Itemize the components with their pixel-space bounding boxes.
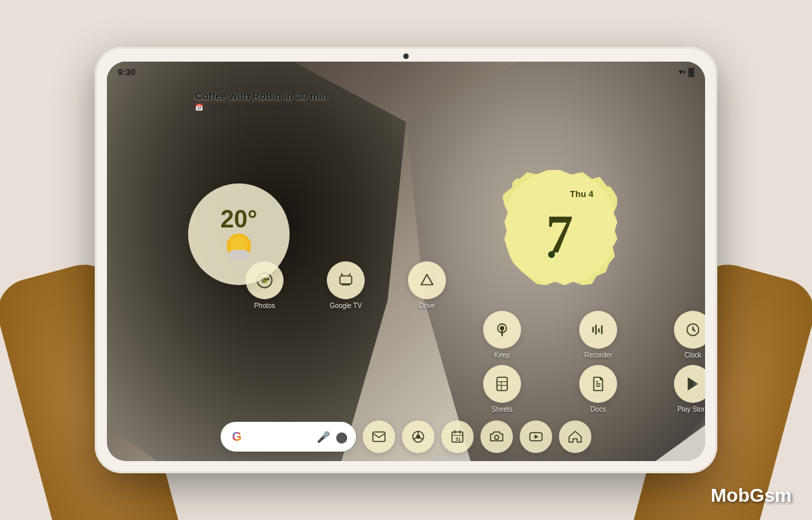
play-store-label: Play Store <box>677 406 705 413</box>
dock-home[interactable] <box>559 420 591 453</box>
notification-widget: Coffee with Robin in 30 min 📅 10:00 - 11… <box>195 90 328 111</box>
svg-line-20 <box>420 438 423 440</box>
play-store-icon-circle <box>674 365 705 403</box>
dock-youtube[interactable] <box>520 420 552 453</box>
dock-camera[interactable] <box>480 420 513 453</box>
weather-sun-icon <box>222 228 256 262</box>
drive-label: Drive <box>419 302 434 309</box>
camera-dot <box>403 53 409 59</box>
recorder-icon <box>589 321 607 339</box>
clock-label: Clock <box>684 351 701 359</box>
app-keep[interactable]: Keep <box>483 311 521 359</box>
svg-line-21 <box>413 438 416 440</box>
photos-label: Photos <box>254 302 275 309</box>
dock-gmail[interactable] <box>363 420 395 453</box>
youtube-icon <box>528 429 544 445</box>
dock-calendar[interactable]: 31 <box>441 420 474 453</box>
bottom-dock: G 🎤 ⬤ <box>221 420 591 453</box>
notification-weather: 🌤 20°C <box>271 103 297 111</box>
status-icons: ▾▪ ▓ <box>679 67 694 77</box>
mic-icon[interactable]: 🎤 <box>317 431 330 443</box>
tv-label: Google TV <box>330 302 362 309</box>
docs-icon-circle <box>579 365 617 403</box>
dock-chrome[interactable] <box>402 420 434 453</box>
app-sheets[interactable]: Sheets <box>483 365 521 413</box>
svg-rect-0 <box>340 276 351 284</box>
clock-time: 7 <box>546 196 573 259</box>
battery-icon: ▓ <box>688 67 694 77</box>
recorder-icon-circle <box>579 311 617 349</box>
svg-rect-5 <box>595 324 597 334</box>
search-bar[interactable]: G 🎤 ⬤ <box>221 422 356 452</box>
sheets-icon <box>493 375 511 393</box>
drive-icon <box>418 272 436 289</box>
notification-title: Coffee with Robin in 30 min <box>195 90 328 102</box>
recorder-label: Recorder <box>584 351 612 359</box>
svg-point-27 <box>495 435 499 439</box>
calendar-icon-small: 📅 <box>195 104 203 111</box>
clock-dot <box>548 251 555 258</box>
tablet: 9:30 ▾▪ ▓ Coffee with Robin in 30 min 📅 … <box>95 47 717 473</box>
clock-icon-circle <box>674 311 705 349</box>
sheets-label: Sheets <box>491 406 512 413</box>
clock-scallop-bg: Thu 4 7 <box>502 170 617 285</box>
home-icon <box>567 429 583 445</box>
wifi-icon: ▾▪ <box>679 67 685 77</box>
app-docs[interactable]: Docs <box>579 365 617 413</box>
keep-icon <box>493 321 511 339</box>
svg-text:31: 31 <box>455 437 461 441</box>
keep-icon-circle <box>483 311 521 349</box>
tv-icon-circle <box>327 261 365 299</box>
clock-widget[interactable]: Thu 4 7 <box>502 170 617 285</box>
app-google-tv[interactable]: Google TV <box>327 261 365 309</box>
chrome-icon <box>410 429 426 445</box>
notification-time: 10:00 - 11:00 AM <box>208 103 265 111</box>
weather-widget[interactable]: 20° <box>188 183 290 285</box>
clock-icon <box>684 321 702 339</box>
cloud-icon <box>229 250 249 261</box>
google-logo: G <box>229 429 245 445</box>
status-time: 9:30 <box>118 67 135 77</box>
status-bar: 9:30 ▾▪ ▓ <box>107 62 705 82</box>
play-store-icon <box>684 375 702 393</box>
svg-rect-16 <box>373 432 385 441</box>
svg-rect-6 <box>598 328 600 333</box>
svg-rect-9 <box>497 377 507 391</box>
svg-rect-7 <box>601 326 602 334</box>
gmail-icon <box>371 429 387 445</box>
screen: 9:30 ▾▪ ▓ Coffee with Robin in 30 min 📅 … <box>107 62 705 461</box>
svg-point-18 <box>416 435 420 439</box>
camera-icon <box>489 429 505 445</box>
calendar-icon: 31 <box>449 429 466 445</box>
watermark: MobGsm <box>710 485 792 506</box>
app-play-store[interactable]: Play Store <box>674 365 705 413</box>
app-drive[interactable]: Drive <box>408 261 446 309</box>
app-clock[interactable]: Clock <box>674 311 705 359</box>
clock-day: Thu 4 <box>570 189 593 199</box>
svg-rect-1 <box>342 284 351 285</box>
app-recorder[interactable]: Recorder <box>579 311 617 359</box>
notification-details: 📅 10:00 - 11:00 AM 🌤 20°C <box>195 103 328 111</box>
keep-label: Keep <box>494 351 510 359</box>
svg-rect-4 <box>592 327 593 333</box>
docs-icon <box>589 375 607 393</box>
docs-label: Docs <box>591 406 606 413</box>
tv-icon <box>337 272 355 289</box>
drive-icon-circle <box>408 261 446 299</box>
sheets-icon-circle <box>483 365 521 403</box>
lens-icon[interactable]: ⬤ <box>336 431 348 443</box>
